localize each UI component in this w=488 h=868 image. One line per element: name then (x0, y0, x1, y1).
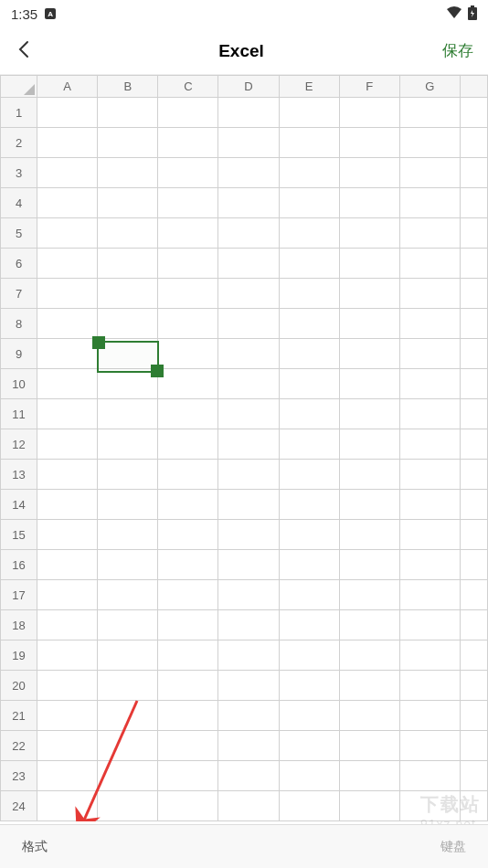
row-header[interactable]: 11 (1, 399, 37, 429)
row-header[interactable]: 18 (1, 610, 37, 640)
grid-cell[interactable] (460, 128, 487, 158)
grid-cell[interactable] (279, 369, 339, 399)
grid-cell[interactable] (218, 158, 279, 188)
row-header[interactable]: 16 (1, 550, 37, 580)
grid-cell[interactable] (37, 158, 98, 188)
grid-cell[interactable] (339, 701, 399, 731)
grid-cell[interactable] (98, 731, 158, 761)
grid-cell[interactable] (98, 98, 158, 128)
grid-cell[interactable] (279, 279, 339, 309)
grid-cell[interactable] (399, 640, 460, 671)
grid-cell[interactable] (399, 309, 460, 339)
grid-cell[interactable] (218, 188, 279, 218)
grid-cell[interactable] (98, 128, 158, 158)
grid-cell[interactable] (218, 249, 279, 279)
row-header[interactable]: 19 (1, 640, 37, 671)
grid-cell[interactable] (279, 610, 339, 640)
grid-cell[interactable] (98, 249, 158, 279)
grid-cell[interactable] (460, 701, 487, 731)
grid-cell[interactable] (339, 731, 399, 761)
grid-cell[interactable] (460, 369, 487, 399)
grid-cell[interactable] (158, 429, 218, 460)
grid-cell[interactable] (37, 490, 98, 520)
grid-cell[interactable] (158, 671, 218, 701)
grid-cell[interactable] (399, 188, 460, 218)
grid-cell[interactable] (279, 128, 339, 158)
grid-cell[interactable] (218, 610, 279, 640)
grid-cell[interactable] (399, 520, 460, 550)
column-header[interactable]: F (339, 76, 399, 98)
grid-cell[interactable] (158, 279, 218, 309)
grid-cell[interactable] (339, 128, 399, 158)
grid-cell[interactable] (218, 98, 279, 128)
grid-cell[interactable] (399, 279, 460, 309)
grid-cell[interactable] (158, 369, 218, 399)
grid-cell[interactable] (218, 550, 279, 580)
grid-cell[interactable] (399, 218, 460, 249)
grid-cell[interactable] (279, 158, 339, 188)
grid-cell[interactable] (460, 791, 487, 821)
grid-cell[interactable] (158, 701, 218, 731)
grid-cell[interactable] (339, 218, 399, 249)
grid-cell[interactable] (158, 399, 218, 429)
grid-cell[interactable] (339, 158, 399, 188)
grid-cell[interactable] (98, 339, 158, 369)
grid-cell[interactable] (218, 128, 279, 158)
row-header[interactable]: 7 (1, 279, 37, 309)
grid-cell[interactable] (37, 550, 98, 580)
grid-cell[interactable] (158, 218, 218, 249)
grid-cell[interactable] (339, 791, 399, 821)
row-header[interactable]: 9 (1, 339, 37, 369)
grid-cell[interactable] (37, 339, 98, 369)
grid-cell[interactable] (460, 580, 487, 610)
grid-cell[interactable] (339, 610, 399, 640)
grid-cell[interactable] (339, 520, 399, 550)
row-header[interactable]: 10 (1, 369, 37, 399)
grid-cell[interactable] (218, 218, 279, 249)
grid-cell[interactable] (37, 731, 98, 761)
row-header[interactable]: 8 (1, 309, 37, 339)
grid-cell[interactable] (37, 671, 98, 701)
grid-cell[interactable] (218, 460, 279, 490)
grid-cell[interactable] (399, 128, 460, 158)
grid-cell[interactable] (460, 249, 487, 279)
grid-cell[interactable] (98, 610, 158, 640)
grid-cell[interactable] (460, 610, 487, 640)
grid-cell[interactable] (399, 399, 460, 429)
grid-cell[interactable] (279, 490, 339, 520)
grid-cell[interactable] (399, 671, 460, 701)
grid-cell[interactable] (279, 460, 339, 490)
grid-cell[interactable] (98, 279, 158, 309)
column-header[interactable]: G (399, 76, 460, 98)
grid-cell[interactable] (158, 731, 218, 761)
row-header[interactable]: 12 (1, 429, 37, 460)
grid-cell[interactable] (279, 98, 339, 128)
grid-cell[interactable] (218, 701, 279, 731)
grid-cell[interactable] (279, 249, 339, 279)
grid-cell[interactable] (37, 701, 98, 731)
grid-cell[interactable] (399, 369, 460, 399)
grid-cell[interactable] (460, 429, 487, 460)
grid-cell[interactable] (399, 580, 460, 610)
grid-cell[interactable] (339, 339, 399, 369)
grid-cell[interactable] (98, 640, 158, 671)
grid-cell[interactable] (218, 490, 279, 520)
grid-cell[interactable] (98, 580, 158, 610)
grid-cell[interactable] (98, 429, 158, 460)
grid-cell[interactable] (37, 128, 98, 158)
grid-cell[interactable] (339, 309, 399, 339)
grid-cell[interactable] (37, 640, 98, 671)
row-header[interactable]: 15 (1, 520, 37, 550)
grid-cell[interactable] (158, 309, 218, 339)
grid-cell[interactable] (218, 520, 279, 550)
grid-cell[interactable] (460, 158, 487, 188)
grid-cell[interactable] (158, 550, 218, 580)
grid-cell[interactable] (158, 791, 218, 821)
grid-cell[interactable] (460, 550, 487, 580)
grid-cell[interactable] (279, 701, 339, 731)
grid-cell[interactable] (399, 249, 460, 279)
grid-cell[interactable] (279, 218, 339, 249)
grid-cell[interactable] (158, 761, 218, 791)
grid-cell[interactable] (279, 761, 339, 791)
grid-cell[interactable] (339, 279, 399, 309)
